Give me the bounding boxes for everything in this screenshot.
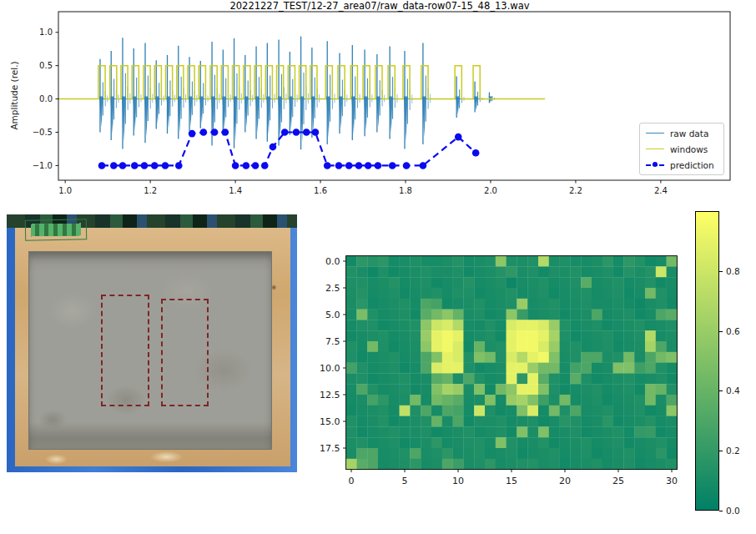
- heatmap-cell: [431, 277, 442, 288]
- heatmap-cell: [581, 266, 592, 277]
- heatmap-cell: [549, 320, 560, 330]
- heatmap-cell: [485, 416, 496, 427]
- heatmap-cell: [346, 288, 357, 299]
- heatmap-cell: [517, 459, 527, 470]
- heatmap-cell: [656, 406, 667, 416]
- heatmap-cell: [442, 426, 453, 437]
- heatmap-cell: [581, 320, 592, 330]
- heatmap-cell: [485, 310, 496, 320]
- heatmap-cell: [496, 330, 507, 341]
- heatmap-cell: [645, 310, 656, 320]
- heatmap-cell: [602, 426, 613, 437]
- prediction-marker: [303, 128, 310, 136]
- heatmap-cell: [602, 363, 613, 374]
- heatmap-cell: [346, 363, 357, 374]
- heatmap-cell: [634, 426, 645, 437]
- heatmap-cell: [356, 437, 367, 448]
- heatmap-cell: [592, 266, 602, 277]
- heatmap-cell: [389, 395, 400, 406]
- heatmap-cell: [485, 459, 496, 470]
- heatmap-cell: [581, 426, 592, 437]
- heatmap-cell: [613, 384, 624, 395]
- heatmap-cell: [560, 352, 571, 363]
- heatmap-cell: [517, 437, 527, 448]
- heatmap-cell: [463, 363, 474, 374]
- heatmap-cell: [549, 426, 560, 437]
- heatmap-cell: [560, 330, 571, 341]
- waveform-y-tick-label: 1.0: [39, 28, 53, 37]
- heatmap-cell: [400, 288, 411, 299]
- heatmap-cell: [507, 395, 517, 406]
- heatmap-cell: [656, 299, 667, 310]
- heatmap-cell: [667, 320, 678, 330]
- heatmap-cell: [538, 341, 549, 352]
- heatmap-cell: [410, 266, 421, 277]
- waveform-x-tick-label: 2.2: [569, 186, 582, 195]
- heatmap-cell: [474, 320, 485, 330]
- heatmap-cell: [527, 363, 538, 374]
- heatmap-cell: [378, 330, 389, 341]
- heatmap-cell: [346, 459, 357, 470]
- heatmap-cell: [463, 459, 474, 470]
- heatmap-cell: [496, 459, 507, 470]
- heatmap-cell: [623, 256, 634, 267]
- heatmap-cell: [656, 373, 667, 384]
- heatmap-cell: [453, 277, 464, 288]
- heatmap-cell: [346, 341, 357, 352]
- heatmap-cell: [507, 363, 517, 374]
- heatmap-cell: [667, 437, 678, 448]
- heatmap-cell: [527, 459, 538, 470]
- heatmap-cell: [367, 330, 378, 341]
- heatmap-cell: [602, 266, 613, 277]
- heatmap-cell: [400, 395, 411, 406]
- heatmap-cell: [410, 395, 421, 406]
- heatmap-cell: [356, 395, 367, 406]
- heatmap-cell: [421, 266, 431, 277]
- heatmap-cell: [581, 363, 592, 374]
- legend-sample-windows: [646, 145, 664, 154]
- heatmap-cell: [592, 363, 602, 374]
- heatmap-cell: [507, 299, 517, 310]
- prediction-marker: [365, 162, 372, 169]
- heatmap-cell: [421, 320, 431, 330]
- heatmap-cell: [560, 426, 571, 437]
- prediction-marker: [345, 162, 353, 169]
- heatmap-cell: [634, 437, 645, 448]
- heatmap-cell: [527, 416, 538, 427]
- heatmap-cell: [517, 373, 527, 384]
- heatmap-cell: [400, 448, 411, 459]
- heatmap-cell: [507, 426, 517, 437]
- heatmap-cell: [367, 426, 378, 437]
- heatmap-cell: [400, 266, 411, 277]
- heatmap-cell: [507, 384, 517, 395]
- heatmap-cell: [602, 395, 613, 406]
- heatmap-cell: [474, 384, 485, 395]
- heatmap-cell: [538, 277, 549, 288]
- heatmap-cell: [592, 437, 602, 448]
- heatmap-cell: [496, 384, 507, 395]
- prediction-marker: [151, 162, 159, 169]
- heatmap-cell: [485, 288, 496, 299]
- heatmap-y-tick-label: 10.0: [320, 363, 340, 374]
- heatmap-cell: [560, 277, 571, 288]
- colorbar-tick: [719, 271, 723, 272]
- heatmap-cell: [410, 363, 421, 374]
- heatmap-cell: [431, 426, 442, 437]
- heatmap-cell: [356, 406, 367, 416]
- heatmap-cell: [560, 448, 571, 459]
- heatmap-cell: [463, 416, 474, 427]
- heatmap-cell: [623, 330, 634, 341]
- heatmap-cell: [570, 459, 581, 470]
- heatmap-cell: [613, 352, 624, 363]
- heatmap-cell: [400, 310, 411, 320]
- heatmap-cell: [463, 373, 474, 384]
- heatmap-cell: [667, 277, 678, 288]
- heatmap-cell: [442, 320, 453, 330]
- heatmap-cell: [517, 384, 527, 395]
- heatmap-cell: [400, 330, 411, 341]
- heatmap-cell: [560, 406, 571, 416]
- heatmap-cell: [496, 266, 507, 277]
- figure-canvas: 1.01.21.41.61.82.02.22.41.00.50.0−0.5−1.…: [0, 0, 756, 534]
- heatmap-cell: [570, 320, 581, 330]
- heatmap-cell: [496, 426, 507, 437]
